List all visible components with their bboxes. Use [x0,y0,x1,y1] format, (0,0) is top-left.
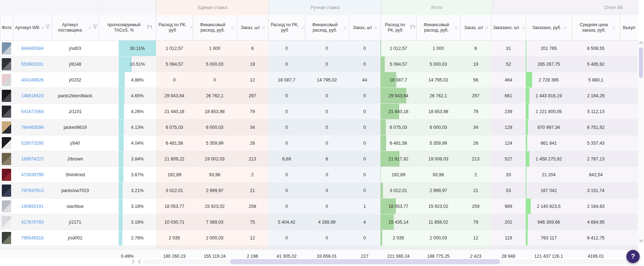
sort-icon[interactable]: ↓↑ [88,25,91,30]
sort-icon[interactable]: ↓↑ [231,25,234,30]
filter-funnel-icon[interactable] [45,25,50,31]
sort-ascending-active-icon[interactable] [147,25,152,31]
column-header-es_spend[interactable]: Расход по РК, руб↓↑ [156,15,193,40]
article-wb-link[interactable]: 189974227 [21,157,44,162]
product-photo[interactable] [2,153,11,165]
article-wb-link[interactable]: 553902831 [21,62,44,67]
table-row[interactable]: 525073295j/8404.04%6 481,565 359,9926000… [0,135,638,151]
sort-icon[interactable]: ↓↑ [455,25,457,30]
cell-es_fin: 7 369,03 [193,214,237,230]
frozen-pane-scroll-right-arrow[interactable] [130,260,134,263]
group-header-unified-rate: Единая ставка [156,0,269,15]
article-wb-link[interactable]: 190655191 [21,204,44,209]
sort-icon[interactable]: ↓↑ [343,25,346,30]
cell-value: 0 [286,188,288,193]
column-header-es_fin[interactable]: Финансовый расход, руб.↓↑ [193,15,237,40]
cell-tacos: 4.13% [99,120,156,135]
hscroll-left-arrow[interactable] [138,260,142,263]
table-row[interactable]: 417670783j/21713.18%10 030,717 369,03755… [0,214,638,230]
column-header-ms_orders[interactable]: Заказ, шт↓↑ [349,15,380,40]
sort-icon[interactable]: ↓↑ [302,25,304,30]
cell-buyout [620,41,638,56]
table-row[interactable]: 795549318j/sd0022.76%2 0352 000,03120002… [0,230,638,246]
article-wb-link[interactable]: 473939799 [21,172,44,177]
column-header-es_orders[interactable]: Заказ, шт↓↑ [237,15,268,40]
column-header-ordered_rub[interactable]: Заказано, руб.↓↑ [526,15,572,40]
vscroll-thumb[interactable] [639,47,643,78]
column-header-ms_fin[interactable]: Финансовый расход, руб.↓↑ [305,15,349,40]
product-photo[interactable] [2,42,11,55]
article-wb-link[interactable]: 797937613 [21,188,44,193]
product-photo[interactable] [2,185,11,197]
table-row[interactable]: 797937613pants/xw70233.21%3 022,012 999,… [0,183,638,199]
sort-icon[interactable]: ↓↑ [262,25,264,30]
article-wb-link[interactable]: 795549318 [21,235,44,241]
product-photo[interactable] [2,200,11,213]
product-photo[interactable] [2,232,11,244]
article-wb-link[interactable]: 404348926 [21,78,44,83]
filter-funnel-icon[interactable] [93,25,97,31]
table-row[interactable]: 190655191star/blue3.18%18 053,7715 923,0… [0,199,638,214]
cell-value: 6 000,03 [206,125,224,130]
cell-tacos: 4.65% [99,88,156,103]
cell-photo [0,120,13,135]
product-photo[interactable] [2,90,11,102]
column-header-tot_orders[interactable]: Заказ, шт↓↑ [460,15,491,40]
cell-value: 18 053,77 [388,204,408,209]
column-header-ordered_qty[interactable]: Заказано, шт.↓↑ [491,15,526,40]
product-photo[interactable] [2,74,11,86]
column-header-art_wb[interactable]: Артикул WB↓↑ [13,15,52,40]
column-header-art_supplier[interactable]: Артикул поставщика↓↑ [52,15,99,40]
article-wb-link[interactable]: 844465584 [21,46,44,51]
article-wb-link[interactable]: 541672564 [21,109,44,114]
product-photo[interactable] [2,106,11,118]
cell-value: Shirt4/red [65,172,85,177]
table-row[interactable]: 844465584j/sd0330.11%1 012,571 00060001 … [0,41,638,56]
table-row[interactable]: 553902831j/814810.51%5 094,575 000,03190… [0,56,638,72]
vertical-scrollbar[interactable] [638,40,644,244]
cell-value: 6 751,92 [587,125,605,130]
ordered-rub-bar [526,199,531,214]
cell-value: 3 022,01 [166,188,183,193]
sort-icon[interactable]: ↓↑ [485,25,488,30]
sort-icon[interactable]: ↓↑ [41,25,44,30]
cell-value: j/840 [70,141,80,146]
cell-art_wb: 784463599 [13,120,52,135]
table-row[interactable]: 148816623pants2teen/black4.65%29 943,642… [0,88,638,104]
article-wb-link[interactable]: 417670783 [21,220,44,225]
sort-icon[interactable]: ↓↑ [374,25,376,30]
tacos-bar-track: 4.88% [119,72,156,88]
product-photo[interactable] [2,58,11,70]
product-photo[interactable] [2,169,11,181]
product-photo[interactable] [2,216,11,228]
cell-value: 0 [286,172,288,177]
column-header-tot_spend[interactable]: Расход по РК, руб [380,15,416,40]
hscroll-track[interactable] [143,259,636,264]
hscroll-thumb[interactable] [230,259,500,264]
column-header-avg_price[interactable]: Средняя цена заказа, руб.↓↑ [572,15,620,40]
help-button[interactable]: ? [626,250,640,263]
sort-icon[interactable]: ↓↑ [612,25,615,30]
cell-value: 29 943,64 [388,93,408,98]
table-row[interactable]: 784463599jacket/66194.13%6 075,036 000,0… [0,120,638,135]
cell-buyout [620,183,638,198]
column-header-tot_fin[interactable]: Финансовый расход, руб.↓↑ [416,15,460,40]
table-row[interactable]: 404348926j/02324.88%001218 087,714 795,0… [0,72,638,88]
cell-value: 21 440,16 [388,109,408,114]
table-row[interactable]: 189974227J/brown3.84%21 809,2219 002,032… [0,151,638,167]
vscroll-up-arrow[interactable] [639,42,643,46]
sort-icon[interactable]: ↓↑ [522,25,524,30]
product-photo[interactable] [2,137,11,149]
sort-ascending-active-icon[interactable] [410,25,416,31]
vscroll-down-arrow[interactable] [639,238,643,242]
table-row[interactable]: 473939799Shirt4/red3.67%192,8993,9620001… [0,167,638,183]
article-wb-link[interactable]: 525073295 [21,141,44,146]
sort-icon[interactable]: ↓↑ [563,25,566,30]
product-photo[interactable] [2,121,11,134]
article-wb-link[interactable]: 784463599 [21,125,44,130]
table-row[interactable]: 541672564J/11014.26%21 440,1618 853,9879… [0,104,638,120]
sort-icon[interactable]: ↓↑ [189,25,192,30]
article-wb-link[interactable]: 148816623 [21,93,44,98]
column-header-tacos[interactable]: прогнозируемый TACoS, % [99,15,156,40]
column-header-ms_spend[interactable]: Расход по РК, руб↓↑ [268,15,305,40]
